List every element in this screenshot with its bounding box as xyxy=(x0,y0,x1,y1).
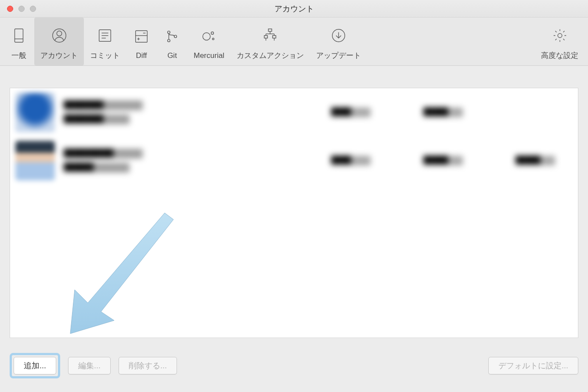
account-name-secondary: ████████ xyxy=(64,115,130,124)
commit-icon xyxy=(97,23,113,48)
svg-point-16 xyxy=(203,32,210,40)
tab-label: 一般 xyxy=(11,50,26,61)
svg-rect-21 xyxy=(273,36,276,38)
mercurial-icon xyxy=(201,24,217,49)
svg-rect-19 xyxy=(269,29,272,32)
close-window-button[interactable] xyxy=(7,6,13,12)
account-columns: ████ █████ xyxy=(331,108,555,117)
content-area: ████████ ████████ ████ █████ ██████████ … xyxy=(0,66,588,347)
account-row[interactable]: ████████ ████████ ████ █████ xyxy=(10,88,578,137)
traffic-lights xyxy=(0,6,36,12)
tab-label: Git xyxy=(167,51,177,60)
tab-label: アカウント xyxy=(40,50,78,61)
account-col: █████ xyxy=(423,108,463,117)
custom-actions-icon xyxy=(262,23,278,48)
account-row[interactable]: ██████████ ██████ ████ █████ █████ xyxy=(10,137,578,185)
edit-button[interactable]: 編集... xyxy=(68,357,111,374)
tab-custom-actions[interactable]: カスタムアクション xyxy=(231,18,310,65)
accounts-list[interactable]: ████████ ████████ ████ █████ ██████████ … xyxy=(10,88,578,338)
tab-label: コミット xyxy=(90,50,120,61)
update-icon xyxy=(330,23,347,48)
account-name-secondary: ██████ xyxy=(64,163,130,173)
svg-rect-0 xyxy=(15,29,23,42)
tab-label: カスタムアクション xyxy=(237,50,304,61)
tab-git[interactable]: Git xyxy=(157,18,188,65)
general-icon xyxy=(11,23,27,48)
zoom-window-button[interactable] xyxy=(30,6,36,12)
tab-label: アップデート xyxy=(316,50,361,61)
account-col: ████ xyxy=(331,108,371,117)
svg-point-13 xyxy=(168,31,170,33)
svg-point-14 xyxy=(168,39,170,42)
account-col: ████ xyxy=(331,156,371,165)
highlight-ring: 追加... xyxy=(10,353,60,378)
svg-point-3 xyxy=(57,31,61,36)
account-col: █████ xyxy=(516,156,555,165)
svg-point-17 xyxy=(211,32,214,34)
tab-accounts[interactable]: アカウント xyxy=(34,18,84,65)
diff-icon xyxy=(133,24,150,49)
avatar xyxy=(15,93,55,132)
tab-advanced[interactable]: 高度な設定 xyxy=(535,18,584,65)
git-icon xyxy=(164,24,180,49)
svg-point-15 xyxy=(174,35,177,38)
toolbar: 一般 アカウント コミット Diff Git Mercurial xyxy=(0,18,588,66)
bottom-button-bar: 追加... 編集... 削除する... デフォルトに設定... xyxy=(0,347,588,385)
tab-general[interactable]: 一般 xyxy=(4,18,34,65)
tab-label: Mercurial xyxy=(194,51,224,60)
account-name-primary: ████████ xyxy=(64,101,143,110)
account-columns: ████ █████ █████ xyxy=(331,156,555,165)
tab-diff[interactable]: Diff xyxy=(126,18,157,65)
set-default-button[interactable]: デフォルトに設定... xyxy=(488,357,578,374)
window-title: アカウント xyxy=(274,4,314,14)
tab-label: Diff xyxy=(136,51,147,60)
account-icon xyxy=(51,23,68,48)
svg-point-18 xyxy=(213,38,214,40)
add-button[interactable]: 追加... xyxy=(14,357,56,374)
svg-rect-8 xyxy=(136,30,148,42)
titlebar: アカウント xyxy=(0,0,588,18)
tab-mercurial[interactable]: Mercurial xyxy=(188,18,231,65)
avatar xyxy=(15,141,55,180)
account-name-block: ██████████ ██████ xyxy=(64,149,178,173)
svg-rect-20 xyxy=(264,36,268,38)
tab-update[interactable]: アップデート xyxy=(310,18,367,65)
tab-commit[interactable]: コミット xyxy=(84,18,126,65)
minimize-window-button[interactable] xyxy=(18,6,25,12)
svg-point-30 xyxy=(558,33,562,38)
tab-label: 高度な設定 xyxy=(541,50,578,61)
account-col: █████ xyxy=(423,156,463,165)
gear-icon xyxy=(552,23,568,48)
delete-button[interactable]: 削除する... xyxy=(119,357,177,374)
account-name-primary: ██████████ xyxy=(64,149,143,158)
account-name-block: ████████ ████████ xyxy=(64,101,178,124)
